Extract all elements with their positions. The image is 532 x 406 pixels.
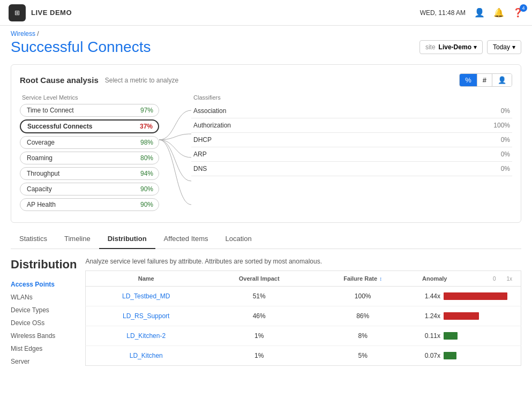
chevron-down-icon: ▾ xyxy=(474,43,477,51)
scale-0-label: 0 xyxy=(493,276,496,282)
classifier-pct: 100% xyxy=(493,122,510,129)
classifier-pct: 0% xyxy=(501,151,510,158)
tabs-bar: Statistics Timeline Distribution Affecte… xyxy=(11,229,521,249)
breadcrumb: Wireless / xyxy=(0,26,532,39)
metric-name: Time to Connect xyxy=(27,107,74,114)
distribution-table: Name Overall Impact Failure Rate ↕ Anoma… xyxy=(85,270,521,366)
breadcrumb-separator: / xyxy=(37,30,39,37)
metric-name: Successful Connects xyxy=(27,123,92,130)
help-icon[interactable]: ❓ 4 xyxy=(513,7,523,18)
metric-capacity[interactable]: Capacity 90% xyxy=(20,183,159,196)
anomaly-value: 1.24x xyxy=(420,312,440,320)
classifier-association[interactable]: Association 0% xyxy=(191,104,512,118)
anomaly-bar-track xyxy=(444,332,514,340)
header-left: ⊞ LIVE DEMO xyxy=(9,4,72,21)
row-impact: 51% xyxy=(206,287,312,306)
notification-badge: 4 xyxy=(520,4,527,12)
row-impact: 46% xyxy=(206,306,312,326)
breadcrumb-parent[interactable]: Wireless xyxy=(11,30,35,37)
distribution-area: Distribution Access Points WLANs Device … xyxy=(0,249,532,377)
classifier-name: Association xyxy=(193,107,226,115)
metric-pct: 80% xyxy=(140,154,153,162)
anomaly-bar xyxy=(444,312,479,320)
table-row: LD_RS_Support 46% 86% 1.24x xyxy=(86,306,521,326)
metric-throughput[interactable]: Throughput 94% xyxy=(20,167,159,180)
site-label: site xyxy=(425,43,436,51)
app-logo: ⊞ xyxy=(9,4,26,21)
view-count-button[interactable]: # xyxy=(477,74,492,86)
row-name: LD_Kitchen xyxy=(86,346,206,366)
tab-timeline[interactable]: Timeline xyxy=(56,229,99,249)
anomaly-bar-track xyxy=(444,312,514,320)
classifier-arp[interactable]: ARP 0% xyxy=(191,147,512,162)
anomaly-bar xyxy=(444,292,507,300)
view-user-button[interactable]: 👤 xyxy=(492,74,512,86)
distribution-subtitle: Analyze service level failures by attrib… xyxy=(85,258,521,265)
metric-coverage[interactable]: Coverage 98% xyxy=(20,136,159,149)
metrics-column-label: Service Level Metrics xyxy=(20,94,159,101)
col-header-failure-rate: Failure Rate ↕ xyxy=(312,271,414,287)
metric-pct: 97% xyxy=(140,107,153,114)
anomaly-value: 0.11x xyxy=(420,332,440,340)
metric-roaming[interactable]: Roaming 80% xyxy=(20,152,159,164)
site-dropdown[interactable]: site Live-Demo ▾ xyxy=(419,40,483,54)
tab-affected-items[interactable]: Affected Items xyxy=(155,229,217,249)
view-percent-button[interactable]: % xyxy=(460,74,477,86)
dist-nav-mist-edges[interactable]: Mist Edges xyxy=(11,342,77,355)
table-row: LD_Testbed_MD 51% 100% 1.44x xyxy=(86,287,521,306)
col-header-impact: Overall Impact xyxy=(206,271,312,287)
site-value: Live-Demo xyxy=(439,43,471,51)
metric-pct: 94% xyxy=(140,170,153,177)
user-icon[interactable]: 👤 xyxy=(474,7,485,18)
row-impact: 1% xyxy=(206,326,312,346)
metric-name: Coverage xyxy=(27,139,55,146)
row-name-link[interactable]: LD_Testbed_MD xyxy=(122,292,170,300)
row-name: LD_Testbed_MD xyxy=(86,287,206,306)
dist-nav-access-points[interactable]: Access Points xyxy=(11,278,77,291)
classifier-authorization[interactable]: Authorization 100% xyxy=(191,118,512,133)
row-anomaly-cell: 1.24x xyxy=(414,306,521,326)
classifier-dhcp[interactable]: DHCP 0% xyxy=(191,133,512,147)
tab-location[interactable]: Location xyxy=(216,229,260,249)
header-time: WED, 11:48 AM xyxy=(420,9,466,17)
classifier-name: ARP xyxy=(193,151,207,158)
row-anomaly-cell: 0.11x xyxy=(414,326,521,346)
dist-nav-device-types[interactable]: Device Types xyxy=(11,304,77,317)
sort-icon: ↕ xyxy=(379,276,382,282)
page-controls: site Live-Demo ▾ Today ▾ xyxy=(419,40,521,54)
metrics-column: Service Level Metrics Time to Connect 97… xyxy=(20,94,159,214)
tab-distribution[interactable]: Distribution xyxy=(99,229,155,249)
classifier-pct: 0% xyxy=(501,136,510,144)
row-name-link[interactable]: LD_Kitchen-2 xyxy=(126,332,166,340)
classifiers-label: Classifiers xyxy=(191,94,512,101)
anomaly-bar xyxy=(444,352,456,359)
connector-svg xyxy=(159,94,191,212)
tab-statistics[interactable]: Statistics xyxy=(11,229,56,249)
rca-header: Root Cause analysis Select a metric to a… xyxy=(20,73,512,87)
row-anomaly-cell: 1.44x xyxy=(414,287,521,306)
dist-nav-device-oss[interactable]: Device OSs xyxy=(11,317,77,329)
classifiers-column: Classifiers Association 0% Authorization… xyxy=(191,94,512,176)
period-dropdown[interactable]: Today ▾ xyxy=(487,40,521,54)
row-name: LD_Kitchen-2 xyxy=(86,326,206,346)
classifier-name: DNS xyxy=(193,165,207,172)
metric-name: Throughput xyxy=(27,170,59,177)
bell-icon[interactable]: 🔔 xyxy=(493,7,504,18)
distribution-title: Distribution xyxy=(11,258,77,272)
metric-time-to-connect[interactable]: Time to Connect 97% xyxy=(20,104,159,117)
anomaly-value: 1.44x xyxy=(420,292,440,300)
row-name-link[interactable]: LD_Kitchen xyxy=(130,352,163,359)
dist-nav-server[interactable]: Server xyxy=(11,355,77,368)
table-row: LD_Kitchen 1% 5% 0.07x xyxy=(86,346,521,366)
classifier-dns[interactable]: DNS 0% xyxy=(191,162,512,176)
row-impact: 1% xyxy=(206,346,312,366)
dist-nav-wlans[interactable]: WLANs xyxy=(11,291,77,304)
table-header-row: Name Overall Impact Failure Rate ↕ Anoma… xyxy=(86,271,521,287)
anomaly-bar-track xyxy=(444,351,514,360)
dist-nav-wireless-bands[interactable]: Wireless Bands xyxy=(11,329,77,342)
row-failure-rate: 100% xyxy=(312,287,414,306)
metric-ap-health[interactable]: AP Health 90% xyxy=(20,198,159,211)
metric-pct: 37% xyxy=(140,123,153,130)
metric-successful-connects[interactable]: Successful Connects 37% xyxy=(20,119,159,133)
row-name-link[interactable]: LD_RS_Support xyxy=(123,312,169,320)
